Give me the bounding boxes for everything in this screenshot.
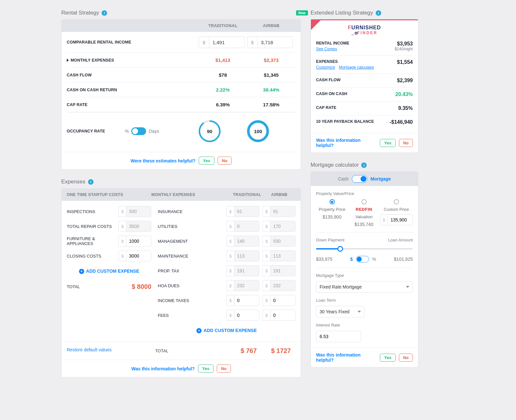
radio-custom[interactable] [394,199,399,204]
yes-button[interactable]: Yes [199,157,214,165]
radio-property-price[interactable] [330,199,335,204]
row-label: CASH ON CASH RETURN [67,88,199,92]
row-label-expenses[interactable]: MONTHLY EXPENSES [67,58,199,63]
monthly-trad-input[interactable] [234,295,259,306]
currency-prefix: $ [263,250,270,261]
monthly-bnb-input [270,221,295,232]
add-custom-expense-button[interactable]: +ADD CUSTOM EXPENSE [67,265,151,277]
monthly-total-label: TOTAL [155,348,231,353]
occupancy-dial-traditional[interactable]: 90 [199,120,221,142]
info-icon[interactable]: i [361,162,367,168]
unit-days: Days [149,129,159,134]
mortgage-option[interactable]: Mortgage [371,176,391,181]
add-custom-expense-button[interactable]: +ADD CUSTOM EXPENSE [158,325,295,337]
mortgage-type-select[interactable]: Fixed Rate Mortgage [316,281,413,293]
startup-item-input[interactable] [126,250,151,261]
currency-prefix: $ [226,280,234,291]
no-button[interactable]: No [218,157,232,165]
occupancy-dial-airbnb[interactable]: 100 [247,120,269,142]
monthly-trad-input[interactable] [234,310,259,321]
currency-prefix: $ [263,236,270,247]
row-value: -$146,940 [390,119,413,125]
cash-mortgage-toggle[interactable] [352,175,367,183]
new-badge: New [296,10,308,15]
loan-amount-label: Loan Amount [388,238,413,242]
no-button[interactable]: No [217,365,231,373]
startup-item-input[interactable] [126,236,151,247]
down-payment-slider[interactable] [316,244,413,253]
interest-rate-input[interactable] [316,331,361,342]
row-label: RENTAL INCOME [316,41,349,45]
monthly-item-label: PROP. TAX [158,269,223,273]
currency-prefix: $ [118,250,126,261]
expenses-title: Expenses [61,179,85,185]
col-header-traditional: TRADITIONAL [199,24,247,28]
monthly-bnb-input [270,280,295,291]
feedback-question: Were these estimates helpful? [131,158,195,163]
radio-redfin[interactable] [362,199,367,204]
currency-prefix: $ [118,236,126,247]
header-traditional: TRADITIONAL [231,192,263,197]
radio-value: $135,900 [322,214,341,220]
occupancy-unit-toggle[interactable] [131,127,146,135]
currency-prefix: $ [226,295,234,306]
info-icon[interactable]: i [376,10,381,16]
feedback-question: Was this information helpful? [316,352,377,363]
row-label: CAP RATE [316,105,336,111]
monthly-total-airbnb: $ 1727 [266,347,295,355]
cell: $1,413 [199,57,247,63]
no-button[interactable]: No [399,354,413,362]
info-icon[interactable]: i [88,179,94,185]
row-value: $2,399 [397,78,413,83]
monthly-item-label: HOA DUES [158,283,223,288]
cash-option[interactable]: Cash [338,176,349,181]
traditional-income-input[interactable] [209,36,244,48]
monthly-item-label: FEES [158,313,223,318]
extended-card: FURNISHED ⎯FINDER RENTAL INCOME See Comp… [311,19,418,153]
customize-link[interactable]: Customize [316,65,335,70]
unit-percent: % [372,257,376,262]
row-label: CASH FLOW [67,73,199,77]
currency-prefix: $ [226,236,234,247]
yes-button[interactable]: Yes [380,139,395,147]
monthly-item-label: INSURANCE [158,209,223,214]
restore-defaults-link[interactable]: Restore default values [62,342,150,357]
mortgage-card: Cash Mortgage Property Value/Price Prope… [311,171,418,367]
col-header-airbnb: AIRBNB [247,24,295,28]
info-icon[interactable]: i [102,10,107,16]
see-comps-link[interactable]: See Comps [316,47,337,51]
caret-right-icon [67,59,69,62]
monthly-trad-input [234,236,259,247]
row-label: CAP RATE [67,103,199,107]
mortgage-calc-link[interactable]: Mortgage calculator [339,65,374,70]
monthly-bnb-input[interactable] [270,295,295,306]
feedback-question: Was this information helpful? [316,138,377,148]
radio-label: Valuation [355,214,372,219]
currency-prefix: $ [380,214,388,225]
currency-prefix: $ [199,36,209,48]
no-button[interactable]: No [399,139,413,147]
airbnb-income-input[interactable] [257,36,293,48]
header-airbnb: AIRBNB [263,192,295,197]
custom-price-input[interactable] [388,214,413,225]
monthly-bnb-input[interactable] [270,310,295,321]
yes-button[interactable]: Yes [380,354,395,362]
plus-icon: + [79,269,84,274]
expenses-card: ONE TIME STARTUP COSTS MONTHLY EXPENSES … [61,188,301,377]
monthly-trad-input [234,206,259,217]
header-monthly: MONTHLY EXPENSES [151,192,231,197]
unit-dollar: $ [350,257,353,262]
property-value-label: Property Value/Price [316,191,413,196]
down-payment-label: Down Payment [316,238,344,242]
dp-unit-toggle[interactable] [356,256,369,262]
monthly-bnb-input [270,250,295,261]
monthly-total-traditional: $ 767 [234,347,263,355]
loan-term-select[interactable]: 30 Years Fixed [316,306,364,317]
currency-prefix: $ [263,221,270,232]
startup-total-label: TOTAL [67,284,132,289]
cell: 2.22% [199,87,247,93]
yes-button[interactable]: Yes [198,365,213,373]
monthly-item-label: UTILITIES [158,224,223,229]
monthly-item-label: INCOME TAXES [158,298,223,303]
mortgage-title: Mortgage calculator [311,162,359,168]
